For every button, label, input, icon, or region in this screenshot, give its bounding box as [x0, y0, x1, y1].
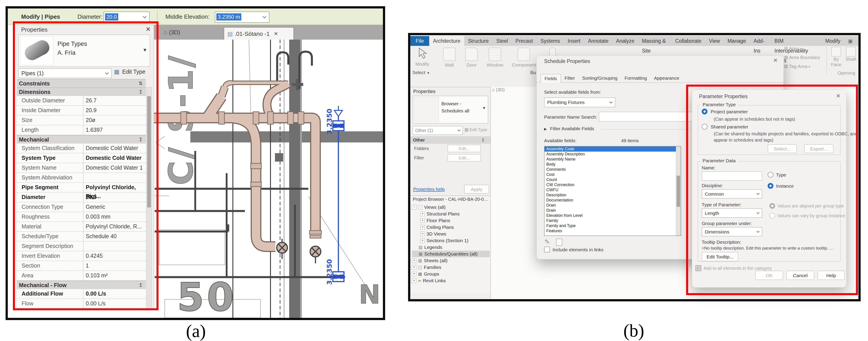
property-row[interactable]: Outside Diameter26.7 [17, 96, 146, 106]
ribbon-collapse-icon[interactable]: ▣ ▾ [844, 36, 859, 46]
list-item[interactable]: Count [545, 177, 681, 182]
instance-radio[interactable] [768, 183, 773, 189]
chevron-down-icon[interactable] [756, 192, 760, 195]
section-other[interactable]: Other↥ [410, 136, 490, 144]
list-item[interactable]: Assembly Name [545, 157, 681, 162]
list-item[interactable]: Family and Type [545, 223, 681, 228]
list-item[interactable]: Cost [545, 172, 681, 177]
close-icon[interactable]: × [836, 92, 840, 100]
category-combo[interactable]: Plumbing Fixtures [544, 97, 615, 107]
list-item[interactable]: Drain [545, 208, 681, 213]
tab-3d-view[interactable]: ⌂(3D) [164, 26, 195, 38]
ribbon-tab-manage[interactable]: Manage [724, 36, 750, 46]
name-input[interactable] [702, 172, 762, 181]
list-item[interactable]: CW Connection [545, 182, 681, 187]
property-row[interactable]: Length1.6397 [17, 125, 146, 135]
chevron-down-icon[interactable] [609, 100, 613, 104]
tab-appearance[interactable]: Appearance [651, 74, 683, 83]
apply-button[interactable]: Apply [464, 185, 489, 194]
export-button[interactable]: Export... [804, 144, 834, 153]
modify-tool[interactable]: Modify [412, 48, 432, 67]
window-tool[interactable]: Window [484, 48, 505, 68]
ok-button[interactable]: OK [755, 271, 783, 280]
expand-icon[interactable]: + [420, 225, 425, 229]
close-icon[interactable]: × [773, 56, 778, 64]
close-icon[interactable]: × [146, 25, 151, 34]
pin-icon[interactable]: ↥ [481, 136, 485, 144]
list-item[interactable]: CWFU [545, 187, 681, 192]
tree-item-3d-views[interactable]: +3D Views [412, 230, 490, 237]
tab-fields[interactable]: Fields [540, 74, 561, 83]
folders-edit-button[interactable]: Edit... [447, 145, 481, 152]
scrollbar-thumb[interactable] [147, 96, 151, 208]
property-row[interactable]: Additional Flow0.00 L/s [17, 289, 146, 299]
property-row[interactable]: System ClassificationDomestic Cold Water [17, 144, 146, 153]
property-row[interactable]: Segment Description [17, 242, 146, 251]
expand-icon[interactable]: + [420, 218, 425, 223]
list-item[interactable]: Documentation [545, 198, 681, 203]
cancel-button[interactable]: Cancel [786, 271, 814, 280]
aligned-radio[interactable] [769, 203, 775, 209]
collapse-icon[interactable]: − [412, 205, 416, 210]
project-browser-tree[interactable]: −Views (all) +Structural Plans +Floor Pl… [412, 204, 490, 284]
section-constraints[interactable]: Constraints⇅ [17, 79, 146, 88]
list-item[interactable]: Body [545, 162, 681, 167]
chevron-down-icon[interactable] [143, 15, 147, 19]
property-row[interactable]: Flow0.00 L/s [17, 299, 146, 309]
edit-type-button-b[interactable]: ▦ Edit Type [464, 127, 490, 132]
ribbon-tab-collaborate[interactable]: Collaborate [672, 36, 705, 46]
pin-icon[interactable]: ↥ [139, 282, 143, 288]
list-item[interactable]: Description [545, 192, 681, 198]
tree-item-groups[interactable]: +▩Groups [412, 271, 490, 277]
scrollbar-thumb[interactable] [677, 176, 680, 207]
pencil-icon[interactable]: ✎ [545, 238, 550, 246]
available-fields-list[interactable]: Assembly Code Assembly Description Assem… [544, 146, 681, 236]
properties-help-link[interactable]: Properties help [413, 187, 444, 192]
section-dimensions[interactable]: Dimensions↥ [17, 88, 146, 96]
select-button[interactable]: Select... [768, 144, 797, 153]
area-button[interactable]: ⊞ Area ▾ [784, 46, 801, 51]
tab-filter[interactable]: Filter [561, 74, 579, 83]
component-tool[interactable]: Component [510, 48, 538, 68]
help-button[interactable]: Help [817, 271, 845, 280]
ribbon-tab-addins[interactable]: Add-Ins [750, 36, 771, 46]
expand-icon[interactable]: + [412, 258, 416, 263]
filter-fields-expander[interactable]: ▶ Filter Available Fields [544, 126, 594, 131]
property-row[interactable]: Invert Elevation0.4245 [17, 251, 146, 261]
property-row[interactable]: System TypeDomestic Cold Water [17, 153, 146, 163]
tree-item-sections[interactable]: +Sections (Section 1) [412, 237, 490, 244]
tree-item-legends[interactable]: ▤Legends [412, 244, 490, 251]
by-face-button[interactable]: By Face [830, 47, 843, 67]
ribbon-tab-analyze[interactable]: Analyze [612, 36, 638, 46]
property-row[interactable]: Section1 [17, 261, 146, 271]
selection-combo-b[interactable]: Other (1) [412, 126, 463, 135]
close-icon[interactable]: × [274, 30, 278, 37]
property-row[interactable]: Pipe SegmentPolyvinyl Chloride, Rigi... [17, 183, 146, 192]
property-row[interactable]: System Abbreviation [17, 173, 146, 183]
tree-item-families[interactable]: +▢Families [412, 264, 490, 271]
tab-formatting[interactable]: Formatting [621, 74, 650, 83]
vary-radio[interactable] [769, 213, 775, 219]
tag-area-button[interactable]: ⊠ Tag Area ▾ [784, 64, 810, 69]
ribbon-tab-file[interactable]: File [410, 36, 429, 46]
chevron-down-icon[interactable] [756, 230, 760, 233]
tree-item-schedules[interactable]: ▦Schedules/Quantities (all) [412, 251, 490, 257]
expand-icon[interactable]: + [420, 238, 425, 243]
list-item[interactable]: Family [545, 218, 681, 223]
dropdown-icon[interactable]: ▼ [482, 106, 486, 111]
param-type-combo[interactable]: Length [702, 208, 762, 218]
property-row[interactable]: Size20ø [17, 116, 146, 125]
copy-field-icon[interactable] [556, 239, 562, 246]
property-row[interactable]: Diameter20.0 [17, 192, 146, 202]
elevation-combo[interactable]: 3.2350 m [215, 11, 269, 23]
tree-item-views[interactable]: −Views (all) [412, 204, 490, 211]
section-mechanical[interactable]: Mechanical↥ [17, 135, 146, 144]
list-item[interactable]: Assembly Code [545, 147, 681, 152]
chevron-down-icon[interactable] [105, 71, 109, 75]
drawing-canvas[interactable]: C/ S-1/ [154, 40, 383, 318]
ribbon-tab-view[interactable]: View [705, 36, 724, 46]
shared-parameter-radio[interactable] [702, 124, 708, 129]
property-row[interactable]: System NameDomestic Cold Water 1 [17, 163, 146, 173]
property-row[interactable]: Connection TypeGeneric [17, 202, 146, 212]
ribbon-tab-massing[interactable]: Massing & Site [638, 36, 672, 46]
